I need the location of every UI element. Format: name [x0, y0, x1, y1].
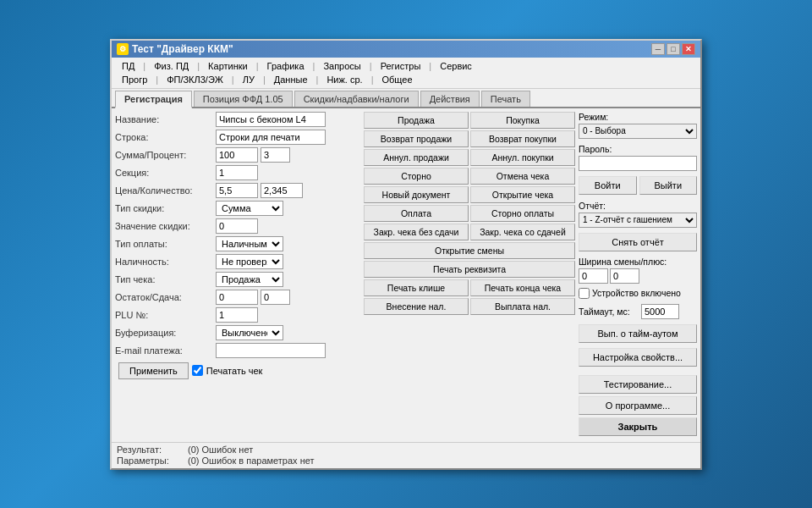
- menu-fiz-pd[interactable]: Физ. ПД: [147, 59, 195, 73]
- title-controls: ─ □ ✕: [651, 43, 695, 55]
- btn-cancel-check[interactable]: Отмена чека: [470, 168, 575, 185]
- menu-zaprosy[interactable]: Запросы: [316, 59, 367, 73]
- remainder-inputs: [216, 290, 290, 305]
- field-section: Секция:: [115, 165, 360, 180]
- btn-payment[interactable]: Оплата: [364, 205, 469, 222]
- apply-button[interactable]: Применить: [118, 362, 189, 379]
- select-cash[interactable]: Не проверять Проверять: [216, 254, 283, 269]
- shift-input2[interactable]: [610, 268, 639, 284]
- input-name[interactable]: [216, 112, 326, 127]
- sep4: |: [311, 59, 317, 73]
- menu-kartinki[interactable]: Картинки: [201, 59, 255, 73]
- logout-button[interactable]: Выйти: [639, 176, 698, 195]
- btn-close-no-change[interactable]: Закр. чека без сдачи: [364, 224, 469, 240]
- menu-lu[interactable]: ЛУ: [236, 73, 261, 86]
- tab-registration[interactable]: Регистрация: [115, 91, 192, 108]
- close-window-button[interactable]: ✕: [682, 43, 695, 55]
- tab-print[interactable]: Печать: [481, 91, 530, 107]
- maximize-button[interactable]: □: [667, 43, 680, 55]
- menu-nizh[interactable]: Ниж. ср.: [320, 73, 369, 86]
- testing-button[interactable]: Тестирование...: [579, 375, 697, 394]
- select-report[interactable]: 1 - Z-отчёт с гашением 2 - X-отчёт: [579, 213, 697, 228]
- input-line[interactable]: [216, 130, 326, 145]
- params-row: Параметры: (0) Ошибок в параметрах нет: [117, 456, 695, 466]
- btn-return-sale[interactable]: Возврат продажи: [364, 130, 469, 147]
- input-email[interactable]: [216, 343, 326, 358]
- menu-row-1: ПД | Физ. ПД | Картинки | Графика | Запр…: [115, 59, 697, 73]
- label-buffer: Буферизация:: [115, 328, 212, 338]
- shift-label: Ширина смены/плюс:: [579, 257, 697, 267]
- menu-fp[interactable]: ФП/ЗКЛ3/ЭЖ: [160, 73, 230, 86]
- btn-open-shift[interactable]: Открытие смены: [364, 242, 575, 259]
- result-value: (0) Ошибок нет: [188, 444, 253, 455]
- select-discount-type[interactable]: Сумма Процент: [216, 201, 283, 216]
- input-remainder[interactable]: [216, 290, 258, 305]
- password-row: Пароль:: [579, 144, 697, 171]
- select-check-type[interactable]: Продажа Возврат: [216, 272, 283, 287]
- params-label: Параметры:: [117, 456, 184, 466]
- input-plu[interactable]: [216, 307, 258, 323]
- action-grid-8: Открытие смены Печать реквизита: [364, 242, 575, 278]
- menu-servis[interactable]: Сервис: [433, 59, 479, 73]
- btn-purchase[interactable]: Покупка: [470, 112, 575, 129]
- app-icon: ⚙: [117, 43, 129, 55]
- menu-progr[interactable]: Прогр: [115, 73, 154, 86]
- btn-print-requisite[interactable]: Печать реквизита: [364, 261, 575, 278]
- take-report-button[interactable]: Снять отчёт: [579, 233, 697, 251]
- btn-annul-purchase[interactable]: Аннул. покупки: [470, 149, 575, 166]
- btn-return-purchase[interactable]: Возврат покупки: [470, 130, 575, 147]
- input-price[interactable]: [216, 183, 258, 198]
- btn-storno[interactable]: Сторно: [364, 168, 469, 185]
- close-button[interactable]: Закрыть: [579, 417, 697, 436]
- menu-obshee[interactable]: Общее: [375, 73, 419, 86]
- btn-sale[interactable]: Продажа: [364, 112, 469, 129]
- status-bar: Результат: (0) Ошибок нет Параметры: (0)…: [112, 442, 700, 468]
- about-button[interactable]: О программе...: [579, 396, 697, 415]
- select-payment-type[interactable]: Наличными Безналичными: [216, 236, 283, 251]
- menu-registry[interactable]: Регистры: [374, 59, 428, 73]
- label-name: Название:: [115, 114, 212, 124]
- settings-button[interactable]: Настройка свойств...: [579, 348, 697, 367]
- menu-row-2: Прогр | ФП/ЗКЛ3/ЭЖ | ЛУ | Данные | Ниж. …: [115, 73, 697, 86]
- tabs-bar: Регистрация Позиция ФФД 1.05 Скидки/надб…: [112, 89, 700, 108]
- tab-discounts[interactable]: Скидки/надбавки/налоги: [294, 91, 419, 107]
- title-bar-left: ⚙ Тест "Драйвер ККМ": [117, 43, 233, 55]
- menu-grafika[interactable]: Графика: [261, 59, 311, 73]
- input-percent[interactable]: [261, 147, 290, 163]
- main-window: ⚙ Тест "Драйвер ККМ" ─ □ ✕ ПД | Физ. ПД …: [110, 39, 702, 470]
- shift-input1[interactable]: [579, 268, 608, 284]
- select-buffer[interactable]: Выключено Включено: [216, 325, 283, 340]
- btn-new-doc[interactable]: Новый документ: [364, 186, 469, 203]
- btn-storno-payment[interactable]: Сторно оплаты: [470, 205, 575, 222]
- menu-dannie[interactable]: Данные: [267, 73, 315, 86]
- menu-pd[interactable]: ПД: [115, 59, 141, 73]
- label-check-type: Тип чека:: [115, 274, 212, 284]
- btn-close-with-change[interactable]: Закр. чека со сдачей: [470, 224, 575, 240]
- btn-cash-in[interactable]: Внесение нал.: [364, 298, 469, 315]
- tab-position[interactable]: Позиция ФФД 1.05: [194, 91, 293, 107]
- input-sum[interactable]: [216, 147, 258, 163]
- btn-cash-out[interactable]: Выплата нал.: [470, 298, 575, 315]
- btn-print-cliche[interactable]: Печать клише: [364, 279, 469, 296]
- minimize-button[interactable]: ─: [651, 43, 665, 55]
- input-qty[interactable]: [261, 183, 303, 198]
- input-discount-val[interactable]: [216, 218, 258, 234]
- timeout-input[interactable]: [641, 304, 679, 319]
- password-input[interactable]: [579, 156, 697, 171]
- select-role[interactable]: 0 - Выбора 1 - Кассир: [579, 124, 697, 139]
- about-device-button[interactable]: Вып. о тайм-аутом: [579, 324, 697, 343]
- label-payment-type: Тип оплаты:: [115, 239, 212, 249]
- device-enabled-checkbox[interactable]: [579, 288, 590, 299]
- input-section[interactable]: [216, 165, 258, 180]
- btn-annul-sale[interactable]: Аннул. продажи: [364, 149, 469, 166]
- print-check-checkbox[interactable]: [192, 365, 203, 376]
- input-change[interactable]: [261, 290, 290, 305]
- tab-actions[interactable]: Действия: [420, 91, 480, 107]
- field-price: Цена/Количество:: [115, 183, 360, 198]
- btn-print-end-check[interactable]: Печать конца чека: [470, 279, 575, 296]
- label-plu: PLU №:: [115, 310, 212, 320]
- action-grid-6: Оплата Сторно оплаты: [364, 205, 575, 222]
- login-button[interactable]: Войти: [579, 176, 637, 195]
- btn-open-check[interactable]: Открытие чека: [470, 186, 575, 203]
- field-discount-val: Значение скидки:: [115, 218, 360, 234]
